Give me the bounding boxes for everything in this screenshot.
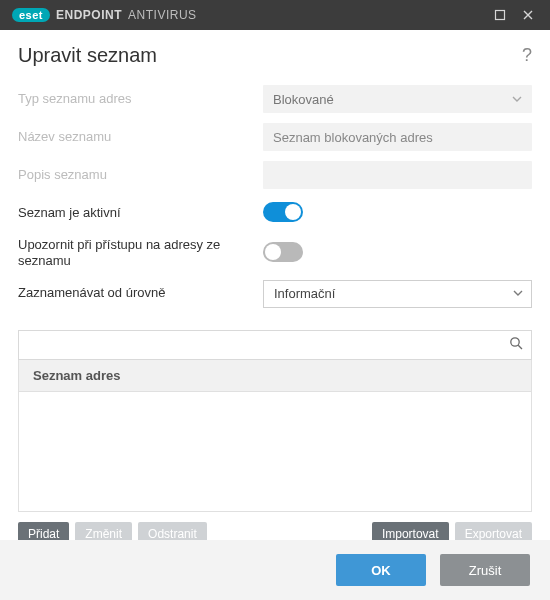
search-bar[interactable] xyxy=(18,330,532,360)
search-input[interactable] xyxy=(27,331,509,359)
dialog-footer: OK Zrušit xyxy=(0,540,550,600)
label-log-level: Zaznamenávat od úrovně xyxy=(18,285,263,301)
label-list-active: Seznam je aktivní xyxy=(18,205,263,221)
label-list-name: Název seznamu xyxy=(18,129,263,145)
search-icon[interactable] xyxy=(509,336,523,353)
page-title: Upravit seznam xyxy=(18,44,522,67)
brand-text-light: ANTIVIRUS xyxy=(128,8,197,22)
label-list-description: Popis seznamu xyxy=(18,167,263,183)
toggle-notify-on-access[interactable] xyxy=(263,242,303,262)
input-value: Seznam blokovaných adres xyxy=(273,130,433,145)
select-value: Informační xyxy=(274,286,335,301)
input-list-name: Seznam blokovaných adres xyxy=(263,123,532,151)
select-value: Blokované xyxy=(273,92,334,107)
ok-button[interactable]: OK xyxy=(336,554,426,586)
chevron-down-icon xyxy=(512,92,522,107)
help-button[interactable]: ? xyxy=(522,45,532,66)
address-list-header: Seznam adres xyxy=(18,360,532,392)
chevron-down-icon xyxy=(513,286,523,301)
app-brand: eset ENDPOINT ANTIVIRUS xyxy=(12,8,197,22)
maximize-button[interactable] xyxy=(486,1,514,29)
select-address-list-type: Blokované xyxy=(263,85,532,113)
label-notify-on-access: Upozornit při přístupu na adresy ze sezn… xyxy=(18,237,263,270)
title-bar: eset ENDPOINT ANTIVIRUS xyxy=(0,0,550,30)
brand-text-strong: ENDPOINT xyxy=(56,8,122,22)
toggle-list-active[interactable] xyxy=(263,202,303,222)
cancel-button[interactable]: Zrušit xyxy=(440,554,530,586)
svg-rect-0 xyxy=(496,11,505,20)
label-address-list-type: Typ seznamu adres xyxy=(18,91,263,107)
address-list-body[interactable] xyxy=(18,392,532,512)
select-log-level[interactable]: Informační xyxy=(263,280,532,308)
input-list-description xyxy=(263,161,532,189)
brand-badge: eset xyxy=(12,8,50,22)
svg-point-1 xyxy=(511,338,519,346)
close-button[interactable] xyxy=(514,1,542,29)
